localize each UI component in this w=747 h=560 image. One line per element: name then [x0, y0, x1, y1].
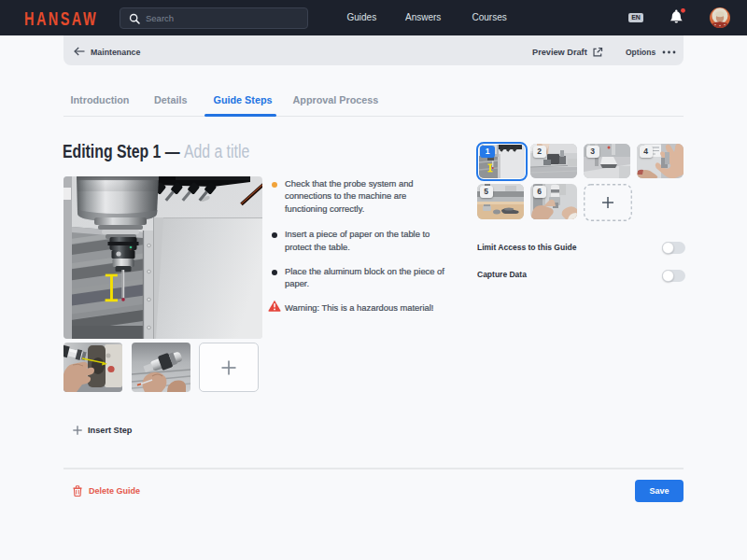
svg-text:HANSAW: HANSAW — [24, 7, 98, 29]
